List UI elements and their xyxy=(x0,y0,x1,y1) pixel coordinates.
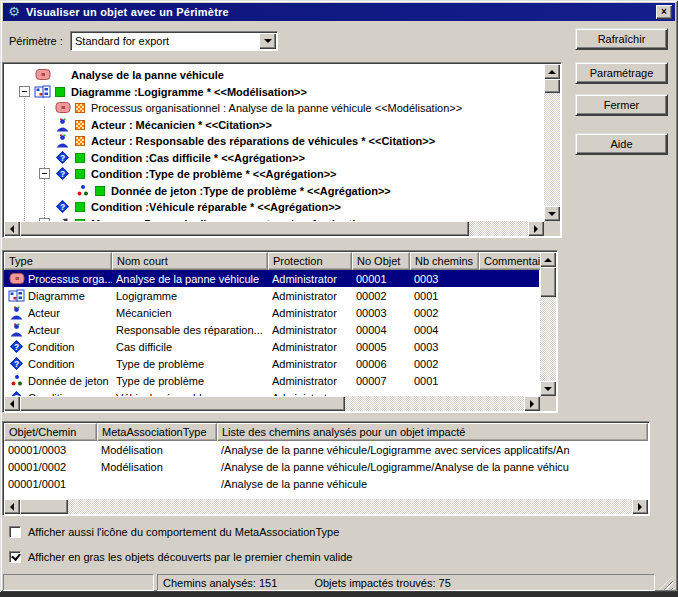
scroll-up-icon[interactable] xyxy=(540,252,556,267)
table-row[interactable]: Donnée de jetonType de problèmeAdministr… xyxy=(4,372,539,389)
title-bar[interactable]: ⚙ Visualiser un objet avec un Périmètre … xyxy=(3,3,675,21)
column-header[interactable]: Protection xyxy=(268,252,352,270)
status-pane-counts: Chemins analysés: 151 Objets impactés tr… xyxy=(157,574,655,591)
settings-button[interactable]: Paramétrage xyxy=(575,62,668,84)
expand-collapse-icon[interactable] xyxy=(39,168,50,179)
tree-item[interactable]: ?Condition :Véhicule réparable * <<Agrég… xyxy=(5,198,543,215)
table-cell: Acteur xyxy=(4,304,112,321)
scroll-down-icon[interactable] xyxy=(544,206,560,221)
condition-icon: ? xyxy=(8,339,25,354)
table-row[interactable]: ?ConditionType de problèmeAdministrator0… xyxy=(4,355,539,372)
org-process-icon xyxy=(54,100,71,115)
table-row[interactable]: Processus orga...Analyse de la panne véh… xyxy=(4,270,539,287)
table-cell: Logigramme xyxy=(112,287,268,304)
resize-grip[interactable] xyxy=(659,576,673,590)
table-cell: Administrator xyxy=(268,338,352,355)
objects-vscroll-thumb[interactable] xyxy=(540,267,556,297)
expand-collapse-icon[interactable] xyxy=(19,86,30,97)
show-behavior-icon-checkbox[interactable] xyxy=(9,526,21,538)
green-badge-icon xyxy=(55,87,65,97)
objects-hscroll-thumb[interactable] xyxy=(20,396,345,411)
analyzed-paths-table-panel: Objet/CheminMetaAssociationTypeListe des… xyxy=(2,421,650,516)
refresh-button[interactable]: Rafraîchir xyxy=(575,28,668,50)
table-cell: /Analyse de la panne véhicule xyxy=(217,475,647,492)
scroll-right-icon[interactable] xyxy=(528,221,544,236)
table-row[interactable]: 00001/0003Modélisation/Analyse de la pan… xyxy=(4,441,647,458)
table-cell: Mécanicien xyxy=(112,304,268,321)
table-cell: Responsable des réparation... xyxy=(112,321,268,338)
scroll-right-icon[interactable] xyxy=(632,499,648,514)
table-cell: Diagramme xyxy=(4,287,112,304)
tree-vscroll-thumb[interactable] xyxy=(544,79,560,93)
bold-discovered-objects-checkbox[interactable] xyxy=(9,551,21,563)
column-header[interactable]: MetaAssociationType xyxy=(97,423,217,441)
table-row[interactable]: ?ConditionCas difficileAdministrator0000… xyxy=(4,338,539,355)
tree-item[interactable]: ?Condition :Cas difficile * <<Agrégation… xyxy=(5,149,543,166)
tree-item[interactable]: ?Condition :Type de problème * <<Agrégat… xyxy=(5,165,543,182)
table-row[interactable]: ?ConditionVéhicule réparableAdministrato… xyxy=(4,389,539,396)
table-cell: /Analyse de la panne véhicule/Logigramme… xyxy=(217,441,647,458)
help-button[interactable]: Aide xyxy=(575,133,668,155)
column-header[interactable]: Liste des chemins analysés pour un objet… xyxy=(217,423,648,441)
column-header[interactable]: No Objet xyxy=(352,252,410,270)
objects-table-header: TypeNom courtProtectionNo ObjetNb chemin… xyxy=(4,252,543,270)
table-cell xyxy=(352,389,410,396)
table-cell: Administrator xyxy=(268,355,352,372)
column-header[interactable]: Type xyxy=(4,252,112,270)
table-cell: Modélisation xyxy=(97,458,217,475)
condition-icon: ? xyxy=(54,150,71,165)
token-icon xyxy=(74,183,91,198)
column-header[interactable]: Nom court xyxy=(112,252,268,270)
scroll-right-icon[interactable] xyxy=(524,396,540,411)
tree-item[interactable]: Analyse de la panne véhicule xyxy=(5,66,543,83)
scroll-left-icon[interactable] xyxy=(4,221,20,236)
green-badge-icon xyxy=(95,186,105,196)
table-row[interactable]: DiagrammeLogigrammeAdministrator00002000… xyxy=(4,287,539,304)
table-row[interactable]: ActeurResponsable des réparation...Admin… xyxy=(4,321,539,338)
scrollbar-corner xyxy=(544,221,560,236)
tree-item[interactable]: Acteur : Mécanicien * <<Citation>> xyxy=(5,116,543,133)
column-header[interactable]: Nb chemins xyxy=(410,252,479,270)
table-cell xyxy=(479,338,539,355)
objects-horizontal-scrollbar[interactable] xyxy=(4,396,540,411)
tree-item[interactable]: Donnée de jeton :Type de problème * <<Ag… xyxy=(5,182,543,199)
tree-item[interactable]: Diagramme :Logigramme * <<Modélisation>> xyxy=(5,83,543,100)
close-icon[interactable]: × xyxy=(656,5,672,19)
column-header[interactable]: Commentaire xyxy=(479,252,543,270)
table-cell: Type de problème xyxy=(112,372,268,389)
column-header[interactable]: Objet/Chemin xyxy=(4,423,97,441)
paths-hscroll-thumb[interactable] xyxy=(20,499,68,514)
tree-horizontal-scrollbar[interactable] xyxy=(4,221,544,236)
tree-item[interactable]: Acteur : Responsable des réparations de … xyxy=(5,132,543,149)
paths-horizontal-scrollbar[interactable] xyxy=(4,499,648,514)
tree-item-label: Acteur : Mécanicien * <<Citation>> xyxy=(91,119,272,131)
scroll-down-icon[interactable] xyxy=(540,381,556,396)
tree-hscroll-thumb[interactable] xyxy=(20,221,469,236)
table-cell: Processus orga... xyxy=(4,270,112,287)
table-row[interactable]: 00001/0001/Analyse de la panne véhicule xyxy=(4,475,647,492)
scroll-up-icon[interactable] xyxy=(544,64,560,79)
perimeter-combobox[interactable]: Standard for export xyxy=(70,31,278,51)
chevron-down-icon[interactable] xyxy=(259,33,276,49)
close-button[interactable]: Fermer xyxy=(575,94,668,116)
table-row[interactable]: ActeurMécanicienAdministrator000030002 xyxy=(4,304,539,321)
table-row[interactable]: 00001/0002Modélisation/Analyse de la pan… xyxy=(4,458,647,475)
paths-analyzed-count: Chemins analysés: 151 xyxy=(163,577,277,589)
table-cell: 0002 xyxy=(410,304,479,321)
condition-icon: ? xyxy=(54,199,71,214)
scrollbar-corner xyxy=(540,396,556,411)
tree-item-label: Condition :Cas difficile * <<Agrégation>… xyxy=(91,152,305,164)
scroll-left-icon[interactable] xyxy=(4,396,20,411)
actor-icon xyxy=(8,305,25,320)
tree-item[interactable]: Processus organisationnel : Analyse de l… xyxy=(5,99,543,116)
scroll-left-icon[interactable] xyxy=(4,499,20,514)
org-process-icon xyxy=(34,67,51,82)
gear-icon: ⚙ xyxy=(6,5,22,20)
table-cell xyxy=(479,304,539,321)
table-cell: 00001/0003 xyxy=(4,441,97,458)
svg-text:?: ? xyxy=(60,202,65,212)
objects-vertical-scrollbar[interactable] xyxy=(540,252,556,396)
actor-icon xyxy=(8,322,25,337)
tree-vertical-scrollbar[interactable] xyxy=(544,64,560,221)
orange-badge-icon xyxy=(75,103,85,113)
